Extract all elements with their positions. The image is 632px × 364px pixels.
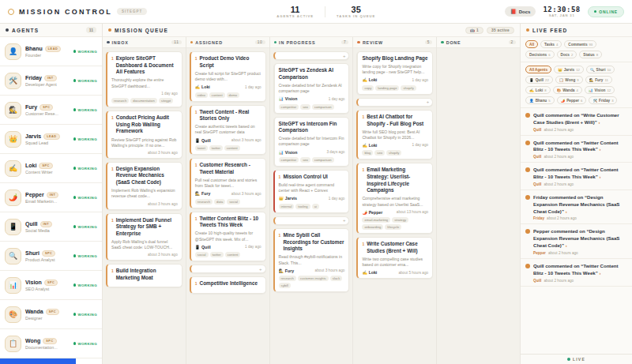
filter-chip[interactable]: All: [525, 40, 538, 48]
column-body: Shopify Blog Landing Page Write copy for…: [353, 48, 436, 364]
horizontal-scrollbar-thumb[interactable]: [0, 358, 76, 364]
feed-meta: Quill about 2 hours ago: [533, 155, 627, 159]
filter-chip[interactable]: 👤 Bhanu 5: [525, 96, 555, 104]
feed-body: Friday commented on “Design Expansion Re…: [533, 194, 627, 220]
feed-agent-name: Quill: [533, 279, 541, 283]
agent-row[interactable]: 📋 Wong SPC Documentation... WORKING: [0, 329, 102, 358]
agent-row[interactable]: 📊 Vision SPC SEO Analyst WORKING: [0, 271, 102, 300]
chip-count: 93: [589, 43, 593, 47]
expand-icon[interactable]: +: [343, 218, 346, 223]
filter-chip[interactable]: 🔍 Shuri 10: [586, 66, 615, 73]
task-card[interactable]: 1 Implement Dual Funnel Strategy for SMB…: [106, 213, 182, 261]
column-body: 1 Explore SiteGPT Dashboard & Document A…: [103, 48, 186, 364]
agent-role: Documentation...: [25, 345, 58, 350]
collapsed-card[interactable]: +: [273, 216, 350, 225]
task-card[interactable]: 1 Mine Sybill Call Recordings for Custom…: [273, 228, 350, 292]
filter-chip[interactable]: All Agents: [525, 66, 551, 73]
filter-chip[interactable]: Decisions 6: [525, 51, 555, 58]
feed-item[interactable]: Quill commented on “Twitter Content Blit…: [521, 163, 632, 190]
live-dot-icon: [567, 358, 570, 361]
column-dot-icon: [441, 41, 444, 44]
expand-icon[interactable]: +: [427, 99, 430, 104]
task-card[interactable]: SiteGPT vs Zendesk AI Comparison Create …: [273, 63, 350, 114]
card-time: about 3 hours ago: [315, 268, 345, 272]
filter-chip[interactable]: Comments 93: [564, 40, 596, 48]
card-assignee: 🕵️ Fury: [279, 268, 295, 273]
collapsed-card[interactable]: +: [356, 98, 433, 107]
collapsed-card[interactable]: +: [190, 265, 266, 273]
card-assignee: ✍️ Loki: [195, 84, 210, 89]
agent-avatar: 📊: [5, 277, 21, 294]
chip-count: 4: [556, 43, 558, 47]
filter-chip[interactable]: 🛠️ Friday 3: [589, 96, 617, 104]
agent-info: Shuri SPC Product Analyst: [25, 250, 55, 262]
task-card[interactable]: 1 Conduct Pricing Audit Using Rob Wallin…: [106, 111, 182, 159]
section-dot-icon: [6, 28, 9, 32]
assignee-icon: 📱: [195, 138, 200, 143]
feed-item[interactable]: Quill commented on “Write Customer Case …: [521, 108, 632, 136]
task-card[interactable]: 1 Mission Control UI Build real-time age…: [273, 170, 350, 213]
expand-icon[interactable]: +: [343, 54, 346, 58]
card-tags: videocontentdemo: [195, 92, 261, 98]
collapsed-card[interactable]: +: [273, 51, 350, 60]
agent-row[interactable]: 👤 Bhanu LEAD Founder WORKING: [0, 37, 102, 66]
feed-item[interactable]: Friday commented on “Design Expansion Re…: [521, 190, 632, 224]
task-card[interactable]: 1 Customer Research - Tweet Material Pul…: [190, 158, 266, 208]
filter-chip[interactable]: ✍️ Loki 8: [525, 86, 551, 94]
filter-chip[interactable]: 👑 Jarvis 12: [554, 66, 584, 73]
online-label: ONLINE: [599, 9, 618, 14]
assignee-icon: 📊: [279, 150, 284, 155]
filter-chip[interactable]: 📊 Vision 12: [585, 86, 615, 94]
card-tag: twitter: [209, 145, 223, 151]
task-card[interactable]: 1 Tweet Content - Real Stories Only Crea…: [190, 105, 266, 156]
filter-chip[interactable]: 🕵️ Fury 11: [585, 76, 612, 84]
chip-count: 8: [596, 53, 598, 57]
feed-item[interactable]: Pepper commented on “Design Expansion Re…: [521, 224, 632, 258]
agent-row[interactable]: 🛠️ Friday INT Developer Agent WORKING: [0, 66, 102, 96]
task-card[interactable]: 1 Email Marketing Strategy: Userlist-Ins…: [356, 163, 433, 234]
task-card[interactable]: 1 Write Customer Case Studies (Brent + W…: [356, 237, 433, 279]
filter-chip[interactable]: 🌶️ Pepper 6: [557, 96, 587, 104]
agent-row[interactable]: 🔍 Shuri SPC Product Analyst WORKING: [0, 242, 102, 271]
agent-name: Quill: [25, 221, 38, 227]
feed-item[interactable]: Quill commented on “Twitter Content Blit…: [521, 259, 632, 287]
agent-avatar: 🛠️: [5, 73, 21, 89]
card-meta: 👑 Jarvis 1 day ago: [279, 196, 345, 201]
card-meta: 🕵️ Fury about 3 hours ago: [195, 191, 261, 196]
agent-row[interactable]: 🌶️ Pepper INT Email Marketin... WORKING: [0, 183, 102, 212]
card-title: Implement Dual Funnel Strategy for SMB +…: [116, 217, 178, 238]
feed-sentence: Quill commented on “Twitter Content Blit…: [533, 263, 619, 276]
filter-chip[interactable]: Status 8: [579, 51, 602, 58]
filter-chip[interactable]: 🎨 Wanda 4: [553, 86, 582, 94]
task-card[interactable]: SiteGPT vs Intercom Fin Comparison Creat…: [273, 117, 350, 167]
agent-avatar: 👑: [5, 131, 21, 148]
docs-button-label: Docs: [519, 9, 531, 14]
task-card[interactable]: Shopify Blog Landing Page Write copy for…: [356, 51, 433, 95]
docs-button[interactable]: 📕 Docs: [505, 6, 536, 17]
filter-chip[interactable]: Tasks 4: [540, 40, 562, 48]
agent-icon: 🌶️: [9, 193, 17, 201]
expand-icon[interactable]: +: [259, 267, 262, 272]
task-card[interactable]: 1 Product Demo Video Script Create full …: [190, 51, 266, 102]
agent-row[interactable]: 📱 Quill INT Social Media WORKING: [0, 212, 102, 242]
filter-chip[interactable]: 📋 Wong 9: [555, 76, 583, 84]
card-meta: 📊 Vision 1 day ago: [279, 96, 345, 101]
filter-chip[interactable]: 📱 Quill 22: [525, 76, 553, 84]
agent-row[interactable]: ✍️ Loki SPC Content Writer WORKING: [0, 154, 102, 183]
agent-row[interactable]: 👑 Jarvis LEAD Squad Lead WORKING: [0, 125, 102, 154]
chip-count: 22: [545, 78, 549, 82]
task-card[interactable]: 1 Competitive Intelligence: [190, 276, 266, 294]
agent-row[interactable]: 🕵️ Fury SPC Customer Rese... WORKING: [0, 96, 102, 125]
mission-queue-title: MISSION QUEUE: [115, 28, 168, 33]
task-card[interactable]: 1 Design Expansion Revenue Mechanics (Sa…: [106, 162, 182, 210]
task-card[interactable]: 1 Build Integration Marketing Moat: [106, 264, 182, 287]
task-card[interactable]: 1 Best AI Chatbot for Shopify - Full Blo…: [356, 110, 433, 160]
filter-chip[interactable]: Docs 2: [557, 51, 577, 58]
task-card[interactable]: 1 Explore SiteGPT Dashboard & Document A…: [106, 51, 182, 107]
agent-role-badge: SPC: [42, 250, 55, 257]
task-card[interactable]: 1 Twitter Content Blitz - 10 Tweets This…: [190, 212, 266, 262]
agent-row[interactable]: 🎨 Wanda SPC Designer WORKING: [0, 300, 102, 329]
priority-marker: 1: [111, 218, 114, 223]
card-tags: copylanding-pageshopify: [362, 85, 428, 91]
feed-item[interactable]: Quill commented on “Twitter Content Blit…: [521, 136, 632, 163]
